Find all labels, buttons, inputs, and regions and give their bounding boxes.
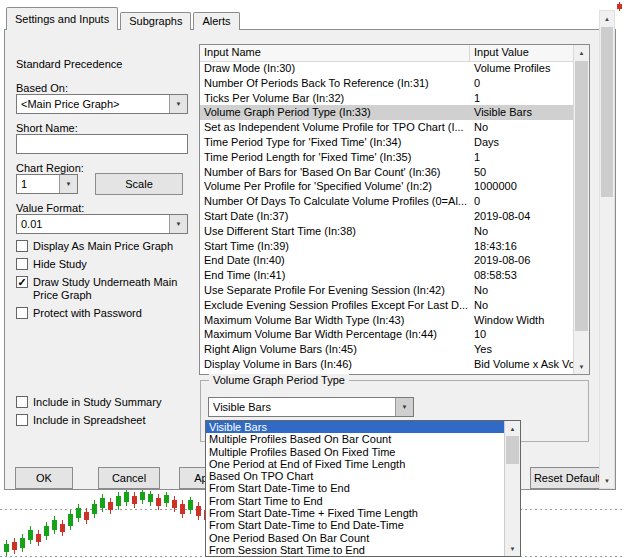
scroll-up-icon[interactable]: ▲	[505, 421, 520, 436]
ok-button[interactable]: OK	[15, 467, 73, 489]
dropdown-option[interactable]: From Start Time to End	[206, 495, 505, 507]
tab-subgraphs[interactable]: Subgraphs	[120, 12, 191, 30]
dropdown-option[interactable]: One Period at End of Fixed Time Length	[206, 458, 505, 470]
chevron-down-icon[interactable]: ▼	[169, 215, 187, 233]
dropdown-option[interactable]: From Session Start Time to End	[206, 544, 505, 556]
dropdown-option[interactable]: Visible Bars	[206, 421, 505, 433]
table-row[interactable]: Number Of Periods Back To Reference (In:…	[200, 76, 574, 91]
dropdown-option[interactable]: Multiple Profiles Based On Bar Count	[206, 433, 505, 445]
table-row[interactable]: Right Align Volume Bars (In:45)Yes	[200, 342, 574, 357]
table-row[interactable]: Number of Bars for 'Based On Bar Count' …	[200, 165, 574, 180]
table-row[interactable]: Use Different Start Time (In:38)No	[200, 224, 574, 239]
value-format-select[interactable]: 0.01 ▼	[16, 214, 188, 234]
checkbox-include-in-spreadsheet[interactable]: Include in Spreadsheet	[16, 414, 188, 427]
scrollbar-thumb[interactable]	[506, 436, 519, 464]
chevron-down-icon[interactable]: ▼	[169, 95, 187, 113]
checkbox-draw-study-underneath-main-price-graph[interactable]: ✓Draw Study Underneath Main Price Graph	[16, 276, 188, 302]
dropdown-option[interactable]: Based On TPO Chart	[206, 470, 505, 482]
checkbox-protect-with-password[interactable]: Protect with Password	[16, 307, 188, 320]
table-row[interactable]: Set as Independent Volume Profile for TP…	[200, 120, 574, 135]
table-row[interactable]: Time Period Type for 'Fixed Time' (In:34…	[200, 135, 574, 150]
checkbox-label: Hide Study	[33, 258, 87, 271]
column-header-input-value[interactable]: Input Value	[470, 45, 574, 61]
checkbox-hide-study[interactable]: Hide Study	[16, 258, 188, 271]
checkbox-include-in-study-summary[interactable]: Include in Study Summary	[16, 396, 188, 409]
value-format-label: Value Format:	[16, 202, 84, 214]
table-row[interactable]: Time Period Length for 'Fixed Time' (In:…	[200, 150, 574, 165]
checkbox-box[interactable]	[16, 414, 28, 426]
input-value-cell: 50	[470, 165, 574, 180]
chart-region-select[interactable]: 1 ▼	[16, 174, 78, 194]
checkbox-box[interactable]	[16, 258, 28, 270]
based-on-label: Based On:	[16, 82, 68, 94]
input-name-cell: Start Time (In:39)	[200, 239, 470, 254]
scroll-down-icon[interactable]: ▼	[574, 359, 589, 374]
table-row[interactable]: Ticks Per Volume Bar (In:32)1	[200, 91, 574, 106]
checkbox-box[interactable]	[16, 240, 28, 252]
dropdown-option[interactable]: One Period Based On Bar Count	[206, 532, 505, 544]
table-row[interactable]: Exclude Evening Session Profiles Except …	[200, 298, 574, 313]
dropdown-option[interactable]: From Start Date-Time + Fixed Time Length	[206, 507, 505, 519]
chevron-down-icon[interactable]: ▼	[395, 398, 413, 416]
scroll-up-icon[interactable]: ▲	[600, 11, 614, 26]
scroll-down-icon[interactable]: ▼	[600, 473, 614, 488]
tab-settings-and-inputs[interactable]: Settings and Inputs	[6, 7, 118, 30]
input-value-cell: 10	[470, 327, 574, 342]
tab-alerts[interactable]: Alerts	[193, 12, 239, 30]
scrollbar-thumb[interactable]	[575, 61, 588, 331]
table-row[interactable]: Number Of Days To Calculate Volume Profi…	[200, 194, 574, 209]
value-format-value: 0.01	[21, 218, 169, 230]
table-row[interactable]: Volume Graph Period Type (In:33)Visible …	[200, 105, 574, 120]
candle-body	[100, 498, 105, 508]
input-name-cell: Volume Graph Period Type (In:33)	[200, 105, 470, 120]
candle-body	[4, 544, 9, 552]
scroll-up-icon[interactable]: ▲	[574, 45, 589, 60]
candle-body	[164, 495, 169, 503]
dropdown-option[interactable]: From Start Date-Time to End Date-Time	[206, 519, 505, 531]
based-on-select[interactable]: <Main Price Graph> ▼	[16, 94, 188, 114]
dialog-scrollbar[interactable]: ▲ ▼	[599, 10, 615, 489]
checkbox-box[interactable]	[16, 396, 28, 408]
period-dropdown: Visible BarsMultiple Profiles Based On B…	[205, 420, 521, 557]
checkbox-label: Protect with Password	[33, 307, 142, 320]
reset-defaults-button[interactable]: Reset Defaults	[530, 467, 610, 489]
table-row[interactable]: Start Date (In:37)2019-08-04	[200, 209, 574, 224]
chevron-down-icon[interactable]: ▼	[59, 175, 77, 193]
table-row[interactable]: Display Volume in Bars (In:46)Bid Volume…	[200, 357, 574, 372]
table-row[interactable]: Start Time (In:39)18:43:16	[200, 239, 574, 254]
short-name-input[interactable]	[16, 134, 188, 154]
period-type-select[interactable]: Visible Bars ▼	[208, 397, 414, 417]
scrollbar-thumb[interactable]	[601, 27, 613, 197]
table-row[interactable]: Draw Mode (In:30)Volume Profiles	[200, 61, 574, 76]
checkbox-box[interactable]	[16, 307, 28, 319]
checkbox-box[interactable]: ✓	[16, 276, 28, 288]
inputs-table-scrollbar[interactable]: ▲ ▼	[573, 45, 589, 374]
cancel-button[interactable]: Cancel	[98, 467, 160, 489]
candle-body	[108, 502, 113, 510]
table-row[interactable]: Maximum Volume Bar Width Percentage (In:…	[200, 327, 574, 342]
input-value-cell: No	[470, 224, 574, 239]
table-row[interactable]: Use Separate Profile For Evening Session…	[200, 283, 574, 298]
scroll-down-icon[interactable]: ▼	[505, 541, 520, 556]
table-row[interactable]: End Date (In:40)2019-08-06	[200, 253, 574, 268]
input-name-cell: Maximum Volume Bar Width Percentage (In:…	[200, 327, 470, 342]
checkbox-display-as-main-price-graph[interactable]: Display As Main Price Graph	[16, 240, 188, 253]
dropdown-scrollbar[interactable]: ▲ ▼	[504, 421, 520, 556]
inputs-table: Input Name Input Value Draw Mode (In:30)…	[199, 44, 590, 375]
dropdown-option[interactable]: Multiple Profiles Based On Fixed Time	[206, 446, 505, 458]
input-name-cell: Use Different Start Time (In:38)	[200, 224, 470, 239]
input-name-cell: End Date (In:40)	[200, 253, 470, 268]
input-name-cell: Number Of Periods Back To Reference (In:…	[200, 76, 470, 91]
column-header-input-name[interactable]: Input Name	[200, 45, 470, 61]
input-value-cell: Window Width	[470, 313, 574, 328]
candle-body	[617, 4, 622, 9]
input-value-cell: 2019-08-04	[470, 209, 574, 224]
scale-button[interactable]: Scale	[95, 173, 183, 195]
candle-body	[140, 492, 145, 500]
table-row[interactable]: End Time (In:41)08:58:53	[200, 268, 574, 283]
candle-body	[36, 534, 41, 542]
input-name-cell: Maximum Volume Bar Width Type (In:43)	[200, 313, 470, 328]
table-row[interactable]: Volume Per Profile for 'Specified Volume…	[200, 179, 574, 194]
dropdown-option[interactable]: From Start Date-Time to End	[206, 482, 505, 494]
table-row[interactable]: Maximum Volume Bar Width Type (In:43)Win…	[200, 313, 574, 328]
